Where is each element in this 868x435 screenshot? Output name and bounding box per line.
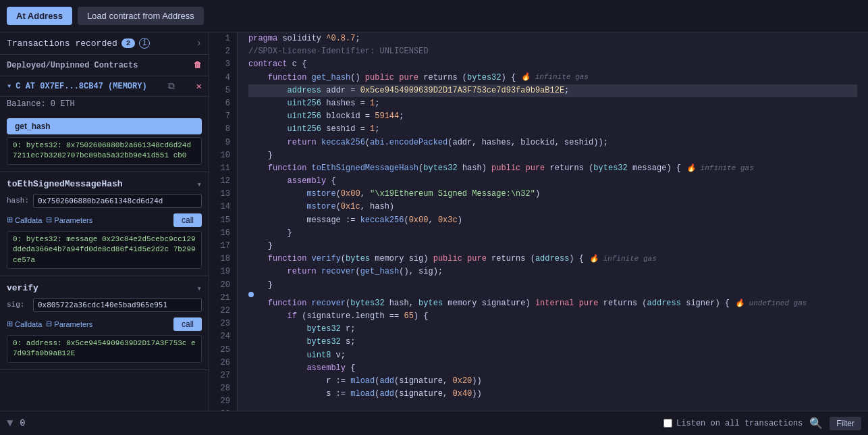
- code-token: ;: [375, 123, 379, 136]
- code-token: {: [346, 362, 355, 375]
- code-token: return: [248, 265, 317, 278]
- gas-label: 🔥 infinite gas: [686, 163, 754, 175]
- tx-count: 0: [20, 418, 26, 428]
- verify-chevron-icon[interactable]: ▾: [196, 283, 202, 294]
- hash-input[interactable]: [33, 194, 202, 208]
- code-token: (: [365, 136, 370, 149]
- filter-button[interactable]: Filter: [830, 417, 861, 430]
- code-token: {: [326, 175, 335, 188]
- code-token: 59144: [375, 110, 399, 123]
- eth-signed-call-button[interactable]: call: [173, 213, 202, 227]
- chevron-right-icon[interactable]: ›: [196, 38, 202, 49]
- load-contract-button[interactable]: Load contract from Address: [78, 7, 204, 25]
- listen-checkbox[interactable]: [663, 419, 672, 428]
- code-token: ,: [428, 214, 437, 227]
- info-icon[interactable]: i: [139, 38, 150, 49]
- verify-parameters-button[interactable]: ⊟ Parameters: [46, 319, 92, 328]
- code-token: (addr, hashes, blockid, seshid));: [447, 136, 608, 149]
- at-address-button[interactable]: At Address: [7, 7, 72, 25]
- code-token: message) {: [628, 162, 681, 175]
- listen-label[interactable]: Listen on all transactions: [676, 419, 803, 428]
- sig-input[interactable]: [33, 298, 202, 312]
- code-token: verify: [306, 253, 340, 265]
- code-token: r :=: [248, 375, 350, 388]
- code-token: internal pure: [535, 297, 599, 310]
- code-line-19: }: [248, 240, 857, 253]
- trash-icon[interactable]: 🗑: [194, 60, 202, 70]
- code-token: 0x00: [341, 188, 360, 201]
- code-token: bytes32: [593, 162, 627, 175]
- code-line-14: assembly {: [248, 175, 857, 188]
- chevron-down-icon[interactable]: ▾: [7, 81, 11, 91]
- code-line-5: function get_hash() public pure returns …: [248, 72, 857, 84]
- code-token: mstore: [248, 201, 336, 213]
- code-token: (: [418, 162, 423, 175]
- editor: 1234567891011121314151617181920212223242…: [209, 32, 868, 411]
- code-line-28: bytes32 s;: [248, 336, 857, 349]
- code-token: address: [647, 297, 681, 310]
- code-token: ^0.8.7: [326, 32, 355, 45]
- code-token: }: [248, 279, 273, 292]
- transactions-label: Transactions recorded: [7, 39, 117, 49]
- code-line-22: return recover(get_hash(), sig);: [248, 265, 857, 278]
- code-token: (: [375, 375, 379, 388]
- code-token: , hash): [360, 201, 394, 213]
- code-token: hashes =: [321, 97, 370, 110]
- code-line-23: }: [248, 279, 857, 292]
- chevron-up-icon[interactable]: ▾: [196, 179, 202, 190]
- code-token: message :=: [248, 214, 360, 227]
- code-token: if: [248, 310, 297, 323]
- gas-label: 🔥 infinite gas: [521, 72, 589, 84]
- parameters-icon: ⊟: [46, 215, 52, 224]
- calldata-label: Calldata: [15, 216, 42, 224]
- code-token: bytes: [418, 297, 443, 310]
- code-token: get_hash: [306, 72, 350, 84]
- code-line-21: function verify(bytes memory sig) public…: [248, 253, 857, 265]
- code-token: ;: [355, 32, 360, 45]
- get-hash-button[interactable]: get_hash: [7, 118, 202, 134]
- code-token: bytes32: [248, 336, 341, 349]
- code-line-18: }: [248, 227, 857, 240]
- search-button[interactable]: 🔍: [809, 417, 823, 430]
- code-token: bytes32: [423, 162, 457, 175]
- code-area[interactable]: pragma solidity ^0.8.7;//SPDX-License-Id…: [238, 32, 868, 411]
- code-token: 0x40: [452, 388, 472, 401]
- code-token: 1: [370, 123, 375, 136]
- code-token: returns (: [545, 162, 593, 175]
- code-token: ) {: [501, 72, 516, 84]
- transactions-header: Transactions recorded 2 i ›: [0, 32, 209, 55]
- code-token: bytes32: [467, 72, 501, 84]
- close-icon[interactable]: ✕: [196, 80, 202, 92]
- code-line-24: [248, 292, 857, 297]
- code-line-16: mstore(0x1c, hash): [248, 201, 857, 213]
- editor-content: 1234567891011121314151617181920212223242…: [209, 32, 868, 411]
- sig-label: sig:: [7, 301, 30, 309]
- verify-call-button[interactable]: call: [173, 317, 202, 331]
- scroll-down-button[interactable]: ▼: [7, 417, 13, 430]
- code-token: hash,: [385, 297, 418, 310]
- code-token: s :=: [248, 388, 350, 401]
- copy-icon[interactable]: ⧉: [168, 81, 175, 92]
- code-token: 0x5ce9454909639D2D17A3F753ce7d93fa0b9aB1…: [360, 84, 564, 97]
- code-token: public pure: [491, 162, 545, 175]
- code-token: public pure: [365, 72, 418, 84]
- code-token: add: [379, 375, 394, 388]
- gas-label: 🔥 infinite gas: [589, 253, 657, 265]
- calldata-button[interactable]: ⊞ Calldata: [7, 215, 42, 224]
- balance-row: Balance: 0 ETH: [0, 97, 209, 113]
- eth-signed-section: toEthSignedMessageHash ▾ hash: ⊞ Calldat…: [0, 172, 209, 276]
- code-token: (: [336, 201, 341, 213]
- code-token: mload: [350, 375, 375, 388]
- code-token: function: [248, 72, 306, 84]
- code-line-2: //SPDX-License-Identifier: UNLICENSED: [248, 45, 857, 58]
- code-token: s;: [341, 336, 356, 349]
- code-token: (signature.length ==: [297, 310, 404, 323]
- eth-signed-action-row: ⊞ Calldata ⊟ Parameters call: [0, 211, 209, 230]
- sidebar: Transactions recorded 2 i › Deployed/Unp…: [0, 32, 209, 411]
- parameters-button[interactable]: ⊟ Parameters: [46, 215, 92, 224]
- code-line-1: pragma solidity ^0.8.7;: [248, 32, 857, 45]
- verify-calldata-button[interactable]: ⊞ Calldata: [7, 319, 42, 328]
- contract-item: ▾ C AT 0X7EF...8CB47 (MEMORY) ⧉ ✕: [0, 76, 209, 97]
- get-hash-output: 0: bytes32: 0x7502606880b2a661348cd6d24d…: [7, 137, 202, 165]
- code-token: toEthSignedMessageHash: [306, 162, 418, 175]
